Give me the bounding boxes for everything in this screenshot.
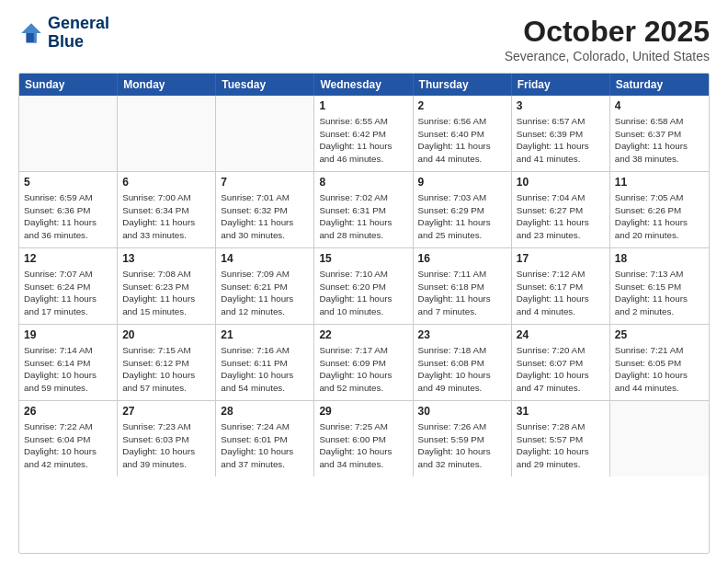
cell-info: Sunrise: 7:00 AM Sunset: 6:34 PM Dayligh…: [122, 191, 210, 242]
cell-info: Sunrise: 7:20 AM Sunset: 6:07 PM Dayligh…: [517, 344, 605, 395]
cal-cell-day-20: 20Sunrise: 7:15 AM Sunset: 6:12 PM Dayli…: [118, 325, 216, 400]
day-number: 15: [319, 252, 407, 265]
cell-info: Sunrise: 6:58 AM Sunset: 6:37 PM Dayligh…: [615, 115, 704, 166]
cell-info: Sunrise: 7:18 AM Sunset: 6:08 PM Dayligh…: [418, 344, 506, 395]
cell-info: Sunrise: 6:56 AM Sunset: 6:40 PM Dayligh…: [418, 115, 506, 166]
cal-header-cell: Tuesday: [216, 74, 314, 96]
logo-icon: [18, 20, 44, 46]
cal-header-cell: Monday: [118, 74, 216, 96]
month-title: October 2025: [505, 15, 710, 49]
day-number: 5: [24, 176, 112, 189]
cell-info: Sunrise: 7:17 AM Sunset: 6:09 PM Dayligh…: [319, 344, 407, 395]
day-number: 11: [615, 176, 704, 189]
cal-cell-day-13: 13Sunrise: 7:08 AM Sunset: 6:23 PM Dayli…: [118, 248, 216, 324]
cell-info: Sunrise: 7:11 AM Sunset: 6:18 PM Dayligh…: [418, 268, 506, 318]
cell-info: Sunrise: 7:14 AM Sunset: 6:14 PM Dayligh…: [24, 344, 112, 395]
cal-header-cell: Saturday: [610, 74, 709, 96]
location: Severance, Colorado, United States: [505, 49, 710, 63]
calendar-header: SundayMondayTuesdayWednesdayThursdayFrid…: [19, 74, 709, 96]
cal-cell-day-25: 25Sunrise: 7:21 AM Sunset: 6:05 PM Dayli…: [610, 325, 709, 400]
cal-cell-day-9: 9Sunrise: 7:03 AM Sunset: 6:29 PM Daylig…: [414, 172, 512, 247]
day-number: 31: [517, 405, 605, 418]
cell-info: Sunrise: 7:10 AM Sunset: 6:20 PM Dayligh…: [319, 268, 407, 318]
cell-info: Sunrise: 6:57 AM Sunset: 6:39 PM Dayligh…: [517, 115, 605, 166]
cal-cell-day-6: 6Sunrise: 7:00 AM Sunset: 6:34 PM Daylig…: [118, 172, 216, 247]
cell-info: Sunrise: 7:22 AM Sunset: 6:04 PM Dayligh…: [24, 420, 112, 471]
cell-info: Sunrise: 7:08 AM Sunset: 6:23 PM Dayligh…: [122, 268, 210, 318]
day-number: 28: [221, 405, 309, 418]
header: General Blue October 2025 Severance, Col…: [18, 15, 710, 63]
cell-info: Sunrise: 7:04 AM Sunset: 6:27 PM Dayligh…: [517, 191, 605, 242]
cal-row: 1Sunrise: 6:55 AM Sunset: 6:42 PM Daylig…: [19, 96, 709, 171]
page: General Blue October 2025 Severance, Col…: [0, 0, 728, 563]
day-number: 19: [24, 328, 112, 341]
cell-info: Sunrise: 7:09 AM Sunset: 6:21 PM Dayligh…: [221, 268, 309, 318]
cell-info: Sunrise: 7:15 AM Sunset: 6:12 PM Dayligh…: [122, 344, 210, 395]
cal-cell-empty: [118, 96, 216, 171]
cal-cell-day-28: 28Sunrise: 7:24 AM Sunset: 6:01 PM Dayli…: [216, 401, 314, 477]
day-number: 12: [24, 252, 112, 265]
logo: General Blue: [18, 15, 109, 52]
cell-info: Sunrise: 6:55 AM Sunset: 6:42 PM Dayligh…: [319, 115, 407, 166]
cal-cell-day-18: 18Sunrise: 7:13 AM Sunset: 6:15 PM Dayli…: [610, 248, 709, 324]
day-number: 3: [517, 99, 605, 112]
cal-cell-day-8: 8Sunrise: 7:02 AM Sunset: 6:31 PM Daylig…: [314, 172, 413, 247]
cal-cell-day-10: 10Sunrise: 7:04 AM Sunset: 6:27 PM Dayli…: [512, 172, 610, 247]
logo-line1: General: [48, 15, 109, 33]
cal-row: 26Sunrise: 7:22 AM Sunset: 6:04 PM Dayli…: [19, 400, 709, 477]
cal-cell-day-31: 31Sunrise: 7:28 AM Sunset: 5:57 PM Dayli…: [512, 401, 610, 477]
day-number: 29: [319, 405, 407, 418]
cal-cell-day-12: 12Sunrise: 7:07 AM Sunset: 6:24 PM Dayli…: [19, 248, 118, 324]
day-number: 8: [319, 176, 407, 189]
cell-info: Sunrise: 7:24 AM Sunset: 6:01 PM Dayligh…: [221, 420, 309, 471]
cell-info: Sunrise: 7:21 AM Sunset: 6:05 PM Dayligh…: [615, 344, 704, 395]
day-number: 1: [319, 99, 407, 112]
cal-header-cell: Wednesday: [314, 74, 413, 96]
cal-cell-day-5: 5Sunrise: 6:59 AM Sunset: 6:36 PM Daylig…: [19, 172, 118, 247]
day-number: 9: [418, 176, 506, 189]
cal-cell-day-27: 27Sunrise: 7:23 AM Sunset: 6:03 PM Dayli…: [118, 401, 216, 477]
day-number: 25: [615, 328, 704, 341]
cal-cell-day-1: 1Sunrise: 6:55 AM Sunset: 6:42 PM Daylig…: [314, 96, 413, 171]
day-number: 4: [615, 99, 704, 112]
logo-text: General Blue: [48, 15, 109, 52]
cal-cell-empty: [19, 96, 118, 171]
cell-info: Sunrise: 7:01 AM Sunset: 6:32 PM Dayligh…: [221, 191, 309, 242]
title-block: October 2025 Severance, Colorado, United…: [505, 15, 710, 63]
day-number: 10: [517, 176, 605, 189]
day-number: 21: [221, 328, 309, 341]
cal-cell-day-17: 17Sunrise: 7:12 AM Sunset: 6:17 PM Dayli…: [512, 248, 610, 324]
cell-info: Sunrise: 7:02 AM Sunset: 6:31 PM Dayligh…: [319, 191, 407, 242]
cell-info: Sunrise: 6:59 AM Sunset: 6:36 PM Dayligh…: [24, 191, 112, 242]
day-number: 2: [418, 99, 506, 112]
cal-header-cell: Thursday: [414, 74, 512, 96]
cell-info: Sunrise: 7:03 AM Sunset: 6:29 PM Dayligh…: [418, 191, 506, 242]
cell-info: Sunrise: 7:26 AM Sunset: 5:59 PM Dayligh…: [418, 420, 506, 471]
cal-cell-day-30: 30Sunrise: 7:26 AM Sunset: 5:59 PM Dayli…: [414, 401, 512, 477]
calendar-body: 1Sunrise: 6:55 AM Sunset: 6:42 PM Daylig…: [19, 96, 709, 477]
day-number: 30: [418, 405, 506, 418]
cal-cell-day-23: 23Sunrise: 7:18 AM Sunset: 6:08 PM Dayli…: [414, 325, 512, 400]
cell-info: Sunrise: 7:07 AM Sunset: 6:24 PM Dayligh…: [24, 268, 112, 318]
cell-info: Sunrise: 7:12 AM Sunset: 6:17 PM Dayligh…: [517, 268, 605, 318]
cal-cell-day-21: 21Sunrise: 7:16 AM Sunset: 6:11 PM Dayli…: [216, 325, 314, 400]
day-number: 24: [517, 328, 605, 341]
calendar: SundayMondayTuesdayWednesdayThursdayFrid…: [18, 73, 710, 554]
day-number: 13: [122, 252, 210, 265]
cal-header-cell: Friday: [512, 74, 610, 96]
cal-cell-day-7: 7Sunrise: 7:01 AM Sunset: 6:32 PM Daylig…: [216, 172, 314, 247]
cal-cell-day-29: 29Sunrise: 7:25 AM Sunset: 6:00 PM Dayli…: [314, 401, 413, 477]
cal-row: 5Sunrise: 6:59 AM Sunset: 6:36 PM Daylig…: [19, 171, 709, 247]
cal-cell-day-11: 11Sunrise: 7:05 AM Sunset: 6:26 PM Dayli…: [610, 172, 709, 247]
cell-info: Sunrise: 7:16 AM Sunset: 6:11 PM Dayligh…: [221, 344, 309, 395]
day-number: 16: [418, 252, 506, 265]
day-number: 7: [221, 176, 309, 189]
cal-cell-day-15: 15Sunrise: 7:10 AM Sunset: 6:20 PM Dayli…: [314, 248, 413, 324]
cal-cell-day-22: 22Sunrise: 7:17 AM Sunset: 6:09 PM Dayli…: [314, 325, 413, 400]
cal-cell-day-19: 19Sunrise: 7:14 AM Sunset: 6:14 PM Dayli…: [19, 325, 118, 400]
cell-info: Sunrise: 7:05 AM Sunset: 6:26 PM Dayligh…: [615, 191, 704, 242]
cell-info: Sunrise: 7:13 AM Sunset: 6:15 PM Dayligh…: [615, 268, 704, 318]
cal-cell-day-16: 16Sunrise: 7:11 AM Sunset: 6:18 PM Dayli…: [414, 248, 512, 324]
day-number: 26: [24, 405, 112, 418]
cal-cell-empty: [610, 401, 709, 477]
